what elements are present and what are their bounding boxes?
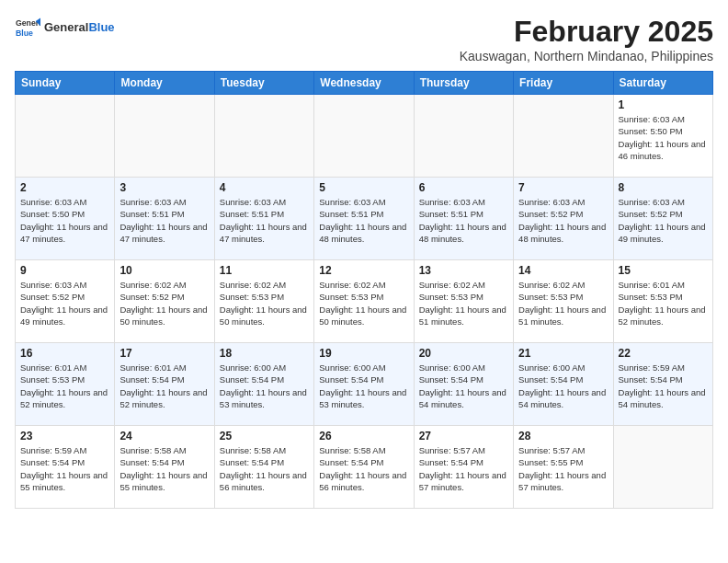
day-number: 25 [220, 430, 309, 442]
week-row: 16Sunrise: 6:01 AM Sunset: 5:53 PM Dayli… [16, 343, 713, 426]
calendar-cell: 24Sunrise: 5:58 AM Sunset: 5:54 PM Dayli… [115, 426, 214, 509]
day-info: Sunrise: 6:03 AM Sunset: 5:51 PM Dayligh… [419, 196, 508, 245]
calendar-cell: 10Sunrise: 6:02 AM Sunset: 5:52 PM Dayli… [115, 260, 214, 343]
day-number: 22 [619, 347, 708, 360]
weekday-header-wednesday: Wednesday [314, 72, 414, 95]
day-number: 14 [518, 264, 608, 277]
day-info: Sunrise: 6:00 AM Sunset: 5:54 PM Dayligh… [319, 362, 408, 410]
day-info: Sunrise: 6:02 AM Sunset: 5:53 PM Dayligh… [319, 279, 408, 327]
day-number: 15 [619, 264, 708, 277]
week-row: 9Sunrise: 6:03 AM Sunset: 5:52 PM Daylig… [16, 260, 713, 343]
location: Kauswagan, Northern Mindanao, Philippine… [460, 49, 713, 63]
day-number: 28 [518, 430, 608, 442]
week-row: 1Sunrise: 6:03 AM Sunset: 5:50 PM Daylig… [16, 95, 713, 178]
day-info: Sunrise: 5:59 AM Sunset: 5:54 PM Dayligh… [619, 362, 708, 410]
day-number: 20 [419, 347, 508, 360]
day-info: Sunrise: 5:57 AM Sunset: 5:55 PM Dayligh… [518, 444, 608, 493]
calendar-table: SundayMondayTuesdayWednesdayThursdayFrid… [15, 71, 713, 509]
calendar-cell: 7Sunrise: 6:03 AM Sunset: 5:52 PM Daylig… [514, 178, 613, 260]
day-number: 5 [319, 181, 408, 194]
calendar-cell: 13Sunrise: 6:02 AM Sunset: 5:53 PM Dayli… [414, 260, 513, 343]
day-info: Sunrise: 6:02 AM Sunset: 5:53 PM Dayligh… [518, 279, 608, 327]
day-number: 21 [518, 347, 608, 360]
calendar-cell: 20Sunrise: 6:00 AM Sunset: 5:54 PM Dayli… [414, 343, 513, 426]
calendar-cell: 14Sunrise: 6:02 AM Sunset: 5:53 PM Dayli… [514, 260, 613, 343]
page-header: General Blue GeneralBlue February 2025 K… [15, 15, 713, 63]
weekday-header-friday: Friday [514, 72, 613, 95]
week-row: 2Sunrise: 6:03 AM Sunset: 5:50 PM Daylig… [16, 178, 713, 260]
day-number: 26 [319, 430, 408, 442]
calendar-cell: 28Sunrise: 5:57 AM Sunset: 5:55 PM Dayli… [514, 426, 613, 509]
svg-text:General: General [16, 18, 40, 28]
calendar-cell: 9Sunrise: 6:03 AM Sunset: 5:52 PM Daylig… [16, 260, 115, 343]
day-info: Sunrise: 6:00 AM Sunset: 5:54 PM Dayligh… [419, 362, 508, 410]
calendar-cell: 15Sunrise: 6:01 AM Sunset: 5:53 PM Dayli… [613, 260, 712, 343]
day-info: Sunrise: 6:01 AM Sunset: 5:53 PM Dayligh… [619, 279, 708, 327]
day-info: Sunrise: 6:03 AM Sunset: 5:50 PM Dayligh… [20, 196, 109, 245]
logo-blue: Blue [88, 20, 114, 34]
day-info: Sunrise: 5:58 AM Sunset: 5:54 PM Dayligh… [119, 444, 209, 493]
day-info: Sunrise: 5:59 AM Sunset: 5:54 PM Dayligh… [20, 444, 109, 493]
day-info: Sunrise: 6:00 AM Sunset: 5:54 PM Dayligh… [518, 362, 608, 410]
svg-text:Blue: Blue [16, 29, 33, 38]
day-number: 1 [619, 98, 708, 111]
calendar-cell: 25Sunrise: 5:58 AM Sunset: 5:54 PM Dayli… [214, 426, 313, 509]
weekday-header-sunday: Sunday [16, 72, 115, 95]
calendar-cell: 2Sunrise: 6:03 AM Sunset: 5:50 PM Daylig… [16, 178, 115, 260]
day-info: Sunrise: 6:03 AM Sunset: 5:52 PM Dayligh… [20, 279, 109, 327]
calendar-cell: 23Sunrise: 5:59 AM Sunset: 5:54 PM Dayli… [16, 426, 115, 509]
day-number: 23 [20, 430, 109, 442]
calendar-cell [214, 95, 313, 178]
calendar-cell: 27Sunrise: 5:57 AM Sunset: 5:54 PM Dayli… [414, 426, 513, 509]
weekday-header-row: SundayMondayTuesdayWednesdayThursdayFrid… [16, 72, 713, 95]
logo: General Blue GeneralBlue [15, 15, 115, 40]
calendar-cell [115, 95, 214, 178]
day-number: 17 [119, 347, 209, 360]
weekday-header-thursday: Thursday [414, 72, 513, 95]
day-number: 4 [220, 181, 309, 194]
calendar-cell [16, 95, 115, 178]
day-number: 7 [518, 181, 608, 194]
calendar-cell [414, 95, 513, 178]
weekday-header-saturday: Saturday [613, 72, 712, 95]
logo-general: General [44, 20, 88, 34]
day-info: Sunrise: 6:00 AM Sunset: 5:54 PM Dayligh… [220, 362, 309, 410]
day-number: 8 [619, 181, 708, 194]
calendar-cell: 3Sunrise: 6:03 AM Sunset: 5:51 PM Daylig… [115, 178, 214, 260]
day-info: Sunrise: 6:02 AM Sunset: 5:53 PM Dayligh… [220, 279, 309, 327]
day-number: 12 [319, 264, 408, 277]
day-info: Sunrise: 6:01 AM Sunset: 5:54 PM Dayligh… [119, 362, 209, 410]
day-info: Sunrise: 5:58 AM Sunset: 5:54 PM Dayligh… [220, 444, 309, 493]
logo-icon: General Blue [15, 15, 40, 40]
day-info: Sunrise: 6:03 AM Sunset: 5:51 PM Dayligh… [319, 196, 408, 245]
calendar-cell: 18Sunrise: 6:00 AM Sunset: 5:54 PM Dayli… [214, 343, 313, 426]
day-info: Sunrise: 6:02 AM Sunset: 5:52 PM Dayligh… [119, 279, 209, 327]
day-number: 6 [419, 181, 508, 194]
day-info: Sunrise: 6:03 AM Sunset: 5:51 PM Dayligh… [119, 196, 209, 245]
calendar-cell: 1Sunrise: 6:03 AM Sunset: 5:50 PM Daylig… [613, 95, 712, 178]
day-number: 16 [20, 347, 109, 360]
calendar-cell: 26Sunrise: 5:58 AM Sunset: 5:54 PM Dayli… [314, 426, 414, 509]
day-number: 19 [319, 347, 408, 360]
calendar-cell: 4Sunrise: 6:03 AM Sunset: 5:51 PM Daylig… [214, 178, 313, 260]
day-number: 24 [119, 430, 209, 442]
day-info: Sunrise: 5:58 AM Sunset: 5:54 PM Dayligh… [319, 444, 408, 493]
day-number: 11 [220, 264, 309, 277]
calendar-cell: 12Sunrise: 6:02 AM Sunset: 5:53 PM Dayli… [314, 260, 414, 343]
week-row: 23Sunrise: 5:59 AM Sunset: 5:54 PM Dayli… [16, 426, 713, 509]
calendar-cell: 19Sunrise: 6:00 AM Sunset: 5:54 PM Dayli… [314, 343, 414, 426]
calendar-cell [613, 426, 712, 509]
weekday-header-monday: Monday [115, 72, 214, 95]
calendar-cell: 5Sunrise: 6:03 AM Sunset: 5:51 PM Daylig… [314, 178, 414, 260]
day-number: 13 [419, 264, 508, 277]
day-info: Sunrise: 5:57 AM Sunset: 5:54 PM Dayligh… [419, 444, 508, 493]
day-info: Sunrise: 6:03 AM Sunset: 5:52 PM Dayligh… [619, 196, 708, 245]
calendar-cell: 22Sunrise: 5:59 AM Sunset: 5:54 PM Dayli… [613, 343, 712, 426]
calendar-cell: 17Sunrise: 6:01 AM Sunset: 5:54 PM Dayli… [115, 343, 214, 426]
day-number: 2 [20, 181, 109, 194]
day-number: 18 [220, 347, 309, 360]
day-number: 27 [419, 430, 508, 442]
day-info: Sunrise: 6:03 AM Sunset: 5:50 PM Dayligh… [619, 113, 708, 162]
calendar-cell: 16Sunrise: 6:01 AM Sunset: 5:53 PM Dayli… [16, 343, 115, 426]
day-info: Sunrise: 6:03 AM Sunset: 5:51 PM Dayligh… [220, 196, 309, 245]
